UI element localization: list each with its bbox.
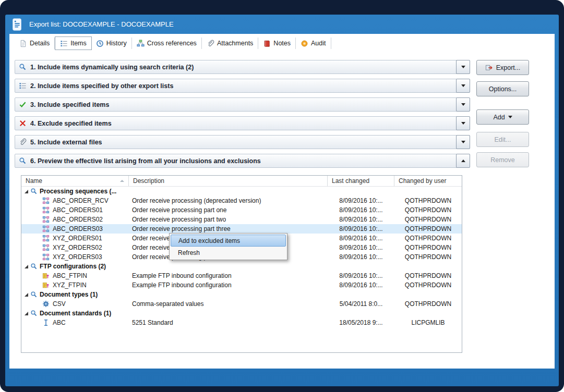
- sequence-icon: [42, 206, 50, 214]
- section-collapse-button[interactable]: [456, 154, 470, 168]
- column-header-changed-by-user[interactable]: Changed by user: [394, 176, 462, 186]
- items-icon: [60, 40, 68, 47]
- section-label: 4. Exclude specified items: [30, 120, 112, 127]
- column-header-name[interactable]: Name: [21, 176, 129, 186]
- tab-notes[interactable]: Notes: [258, 38, 296, 49]
- table-row-group[interactable]: Document standards (1): [21, 309, 462, 318]
- table-row-group[interactable]: FTP configurations (2): [21, 262, 462, 271]
- desktop-frame: Export list: DOCOEXAMPLE - DOCOEXAMPLE D…: [0, 0, 564, 392]
- tab-details[interactable]: Details: [15, 38, 55, 49]
- table-row[interactable]: ABC_FTPIN Example FTP inbound configurat…: [21, 271, 462, 280]
- table-row[interactable]: XYZ_FTPIN Example FTP inbound configurat…: [21, 280, 462, 290]
- section-list: 1. Include items dynamically using searc…: [15, 60, 470, 168]
- table-row-selected[interactable]: ABC_ORDERS03 Order receive processing pa…: [21, 224, 462, 234]
- gear-icon: [42, 300, 50, 308]
- cross-references-icon: [137, 40, 145, 47]
- chevron-down-icon: [461, 141, 465, 143]
- window-titlebar[interactable]: Export list: DOCOEXAMPLE - DOCOEXAMPLE: [5, 15, 559, 34]
- sort-ascending-icon: [120, 180, 124, 182]
- search-icon: [30, 188, 38, 195]
- section-expand-button[interactable]: [456, 60, 470, 74]
- tab-audit[interactable]: Audit: [296, 38, 331, 49]
- table-row-group[interactable]: Document types (1): [21, 290, 462, 299]
- tab-label: History: [106, 40, 127, 47]
- add-button[interactable]: Add: [476, 109, 529, 125]
- audit-icon: [301, 40, 308, 47]
- tab-history[interactable]: History: [91, 38, 132, 49]
- tree-expander-icon[interactable]: [25, 190, 28, 193]
- tree-expander-icon[interactable]: [25, 312, 28, 315]
- section-expand-button[interactable]: [456, 116, 470, 130]
- table-row[interactable]: ABC 5251 Standard 18/05/2018 9:... LICPG…: [21, 318, 462, 327]
- menu-item-refresh[interactable]: Refresh: [171, 247, 286, 259]
- section-expand-button[interactable]: [456, 97, 470, 112]
- chevron-up-icon: [461, 160, 465, 162]
- button-label: Remove: [490, 156, 515, 164]
- section-include-external-files[interactable]: 5. Include external files: [15, 135, 470, 149]
- section-label: 5. Include external files: [30, 139, 102, 146]
- tab-label: Attachments: [217, 40, 253, 47]
- sequence-icon: [42, 216, 50, 223]
- table-row[interactable]: CSV Comma-separated values 5/04/2011 8:0…: [21, 299, 462, 309]
- button-label: Options...: [489, 85, 517, 93]
- tab-label: Details: [30, 40, 50, 47]
- context-menu: Add to excluded items Refresh: [169, 233, 287, 260]
- chevron-down-icon: [508, 116, 512, 118]
- export-icon: [485, 64, 493, 71]
- tab-cross-references[interactable]: Cross references: [132, 38, 202, 49]
- search-icon: [30, 291, 38, 298]
- column-header-description[interactable]: Description: [129, 176, 328, 186]
- section-expand-button[interactable]: [456, 79, 470, 93]
- search-icon: [30, 310, 38, 317]
- sequence-icon: [42, 253, 50, 261]
- table-row[interactable]: ABC_ORDER_RCV Order receive processing (…: [21, 196, 462, 205]
- tab-label: Audit: [311, 40, 326, 47]
- export-list-icon: [10, 18, 24, 31]
- export-button[interactable]: Export...: [476, 60, 529, 75]
- standard-icon: [42, 319, 50, 326]
- remove-button[interactable]: Remove: [476, 152, 529, 167]
- section-include-specified-items[interactable]: 3. Include specified items: [15, 97, 470, 112]
- list-icon: [19, 82, 27, 90]
- section-include-search-criteria[interactable]: 1. Include items dynamically using searc…: [15, 60, 470, 74]
- cross-icon: [19, 119, 27, 127]
- table-row-group[interactable]: Processing sequences (...: [21, 187, 462, 196]
- tab-label: Notes: [273, 40, 291, 47]
- edit-button[interactable]: Edit...: [476, 132, 529, 147]
- tab-attachments[interactable]: Attachments: [202, 38, 258, 49]
- chevron-down-icon: [461, 84, 465, 87]
- ftp-icon: [42, 272, 50, 279]
- tree-expander-icon[interactable]: [25, 265, 28, 268]
- tab-items[interactable]: Items: [55, 36, 92, 50]
- tree-expander-icon[interactable]: [25, 293, 28, 297]
- column-header-last-changed[interactable]: Last changed: [328, 176, 394, 186]
- paperclip-icon: [207, 40, 214, 47]
- ftp-icon: [42, 281, 50, 289]
- table-row[interactable]: ABC_ORDERS02 Order receive processing pa…: [21, 215, 462, 224]
- section-preview-effective-list[interactable]: 6. Preview the effective list arising fr…: [15, 154, 470, 168]
- section-exclude-specified-items[interactable]: 4. Exclude specified items: [15, 116, 470, 130]
- window-content: Details Items History Cross references A…: [9, 34, 555, 369]
- sequence-icon: [42, 197, 50, 204]
- tab-label: Cross references: [147, 40, 197, 47]
- table-row[interactable]: ABC_ORDERS01 Order receive processing pa…: [21, 205, 462, 215]
- search-icon: [19, 63, 27, 71]
- section-include-other-lists[interactable]: 2. Include items specified by other expo…: [15, 79, 470, 93]
- table-header-row: Name Description Last changed Changed by…: [21, 176, 462, 187]
- section-label: 1. Include items dynamically using searc…: [30, 64, 194, 71]
- button-label: Edit...: [495, 136, 511, 143]
- section-expand-button[interactable]: [456, 135, 470, 149]
- notes-icon: [263, 40, 271, 47]
- side-button-panel: Export... Options... Add Edit... Remove: [476, 34, 529, 369]
- paperclip-icon: [19, 138, 27, 146]
- button-label: Export...: [496, 64, 521, 71]
- sequence-icon: [42, 235, 50, 242]
- section-label: 6. Preview the effective list arising fr…: [30, 157, 261, 165]
- history-icon: [96, 40, 104, 47]
- tab-label: Items: [70, 40, 87, 47]
- search-icon: [19, 157, 27, 165]
- tab-strip: Details Items History Cross references A…: [15, 36, 331, 50]
- options-button[interactable]: Options...: [476, 81, 529, 96]
- menu-item-add-to-excluded-items[interactable]: Add to excluded items: [171, 235, 286, 247]
- export-list-window: Export list: DOCOEXAMPLE - DOCOEXAMPLE D…: [5, 15, 559, 386]
